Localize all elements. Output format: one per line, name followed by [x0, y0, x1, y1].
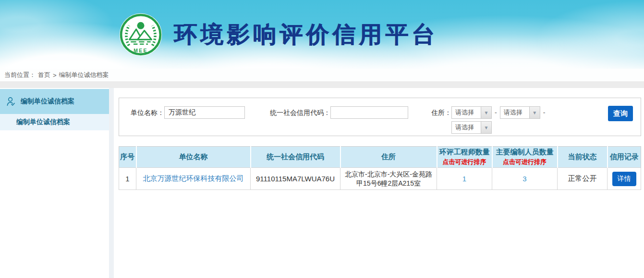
- col-header-credit-record: 信用记录: [608, 147, 641, 168]
- address-label: 住所：: [431, 106, 451, 119]
- chevron-down-icon[interactable]: ▼: [481, 107, 491, 118]
- sidebar-item-credit-archive-parent[interactable]: 编制单位诚信档案: [0, 89, 109, 114]
- sidebar-item-label: 编制单位诚信档案: [21, 97, 74, 106]
- results-table: 序号 单位名称 统一社会信用代码 住所 环评工程师数量 点击可进行排序 主要编制…: [119, 146, 641, 190]
- province-select[interactable]: 请选择 ▼: [451, 106, 492, 119]
- breadcrumb-home-link[interactable]: 首页: [38, 71, 50, 79]
- credit-code-label: 统一社会信用代码：: [270, 106, 330, 119]
- chevron-down-icon[interactable]: ▼: [481, 122, 491, 133]
- sidebar-item-credit-archive[interactable]: 编制单位诚信档案: [0, 114, 109, 130]
- page-title: 环境影响评价信用平台: [174, 19, 438, 50]
- col-header-index: 序号: [119, 147, 136, 168]
- district-select-value: 请选择: [452, 122, 481, 133]
- credit-code-input[interactable]: [330, 106, 408, 119]
- cell-status: 正常公开: [558, 168, 608, 190]
- site-header: MEE 环境影响评价信用平台: [0, 0, 644, 69]
- sort-hint: 点击可进行排序: [494, 158, 556, 166]
- breadcrumb-separator: >: [53, 72, 57, 79]
- col-header-staff-count-sort[interactable]: 主要编制人员数量 点击可进行排序: [492, 147, 558, 168]
- breadcrumb: 当前位置： 首页 > 编制单位诚信档案: [0, 69, 644, 81]
- cell-address: 北京市-北京市-大兴区-金苑路 甲15号6幢2层A215室: [340, 168, 437, 190]
- address-line2: 甲15号6幢2层A215室: [341, 179, 436, 188]
- col-header-staff-count: 主要编制人员数量: [494, 148, 556, 157]
- engineer-count-link[interactable]: 1: [462, 175, 466, 183]
- sidebar: 编制单位诚信档案 编制单位诚信档案: [0, 88, 109, 278]
- breadcrumb-current: 编制单位诚信档案: [59, 71, 109, 79]
- col-header-address: 住所: [340, 147, 437, 168]
- search-panel: 单位名称： 统一社会信用代码： 住所： 请选择 ▼ -: [119, 98, 641, 136]
- dash-separator: -: [495, 106, 497, 119]
- chevron-down-icon[interactable]: ▼: [529, 107, 540, 118]
- detail-button[interactable]: 详情: [612, 172, 636, 186]
- dash-separator: -: [543, 106, 546, 119]
- col-header-engineer-count: 环评工程师数量: [438, 148, 491, 157]
- logo-text: MEE: [134, 48, 147, 53]
- main-content: 单位名称： 统一社会信用代码： 住所： 请选择 ▼ -: [114, 88, 644, 278]
- staff-count-link[interactable]: 3: [522, 175, 526, 183]
- cell-credit-code: 91110115MA7LWUA76U: [251, 168, 340, 190]
- col-header-credit-code: 统一社会信用代码: [251, 147, 340, 168]
- city-select-value: 请选择: [500, 107, 529, 118]
- table-header-row: 序号 单位名称 统一社会信用代码 住所 环评工程师数量 点击可进行排序 主要编制…: [119, 147, 641, 168]
- city-select[interactable]: 请选择 ▼: [500, 106, 540, 119]
- district-select[interactable]: 请选择 ▼: [451, 121, 492, 134]
- table-row: 1 北京万源世纪环保科技有限公司 91110115MA7LWUA76U 北京市-…: [119, 168, 641, 190]
- divider-band: [0, 81, 644, 88]
- sort-hint: 点击可进行排序: [438, 158, 491, 166]
- col-header-company: 单位名称: [136, 147, 251, 168]
- address-line1: 北京市-北京市-大兴区-金苑路: [341, 170, 436, 179]
- mee-logo-icon: MEE: [118, 12, 163, 57]
- company-name-input[interactable]: [164, 106, 245, 119]
- sidebar-divider: [109, 88, 114, 278]
- company-name-link[interactable]: 北京万源世纪环保科技有限公司: [143, 174, 244, 182]
- company-name-label: 单位名称：: [131, 106, 164, 119]
- col-header-engineer-count-sort[interactable]: 环评工程师数量 点击可进行排序: [437, 147, 492, 168]
- breadcrumb-label: 当前位置：: [4, 71, 36, 79]
- user-check-icon: [6, 96, 17, 107]
- province-select-value: 请选择: [452, 107, 481, 118]
- cell-index: 1: [119, 168, 136, 190]
- sidebar-item-label: 编制单位诚信档案: [16, 118, 70, 126]
- col-header-status: 当前状态: [558, 147, 608, 168]
- query-button[interactable]: 查询: [608, 106, 633, 121]
